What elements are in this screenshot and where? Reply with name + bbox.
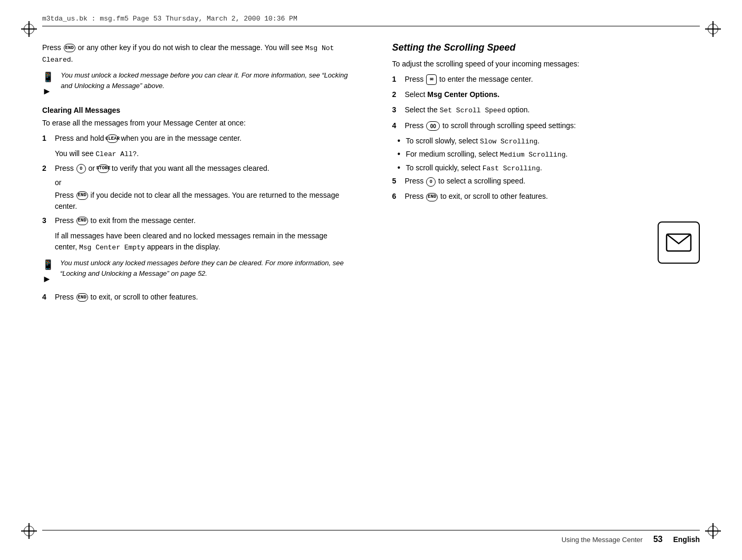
r-step-6-content: Press END to exit, or scroll to other fe… — [405, 191, 700, 202]
phone-icon-box — [658, 221, 700, 264]
end-btn-intro: END — [64, 44, 75, 52]
or-separator: or — [55, 178, 350, 187]
r-step-4-num: 4 — [392, 120, 403, 131]
page-header: m3tda_us.bk : msg.fm5 Page 53 Thursday, … — [42, 15, 700, 26]
step-1-sub: You will see Clear All?. — [55, 148, 350, 160]
bullet-1: • To scroll slowly, select Slow Scrollin… — [398, 136, 700, 147]
scrolling-speed-title: Setting the Scrolling Speed — [392, 42, 700, 53]
step-2-content: Press 0 or STORE to verify that you want… — [55, 163, 350, 174]
note-text-2: You must unlock any locked messages befo… — [60, 258, 350, 286]
corner-mark-bl — [21, 523, 37, 539]
step-1: 1 Press and hold CLEAR when you are in t… — [42, 133, 350, 144]
zero-btn-2: 0 — [76, 164, 86, 173]
corner-mark-tr — [705, 21, 721, 37]
zero-zero-btn: 00 — [426, 121, 440, 131]
right-intro: To adjust the scrolling speed of your in… — [392, 59, 700, 70]
note-icon-1: 📱► — [42, 70, 57, 99]
zero-btn-5: 0 — [426, 177, 436, 187]
step-3: 3 Press END to exit from the message cen… — [42, 215, 350, 226]
section-intro: To erase all the messages from your Mess… — [42, 118, 350, 129]
msg-center-options-bold: Msg Center Options. — [427, 90, 499, 99]
r-step-5: 5 Press 0 to select a scrolling speed. — [392, 176, 700, 187]
bullet-3: • To scroll quickly, select Fast Scrolli… — [398, 162, 700, 174]
footer: Using the Message Center 53 English — [42, 530, 700, 544]
end-btn-6: END — [426, 193, 438, 201]
r-step-1-num: 1 — [392, 74, 403, 85]
envelope-icon — [666, 232, 692, 253]
end-btn-2b: END — [76, 191, 88, 200]
bullet-2: • For medium scrolling, select Medium Sc… — [398, 149, 700, 160]
section-name: Using the Message Center — [562, 536, 643, 544]
r-step-1-content: Press ✉ to enter the message center. — [405, 74, 700, 85]
r-step-3-content: Select the Set Scroll Speed option. — [405, 104, 700, 116]
r-step-2: 2 Select Msg Center Options. — [392, 89, 700, 100]
step-3-sub: If all messages have been cleared and no… — [55, 230, 350, 253]
corner-mark-br — [705, 523, 721, 539]
page-info: Using the Message Center 53 English — [562, 535, 700, 544]
msg-btn: ✉ — [426, 74, 437, 85]
r-step-4: 4 Press 00 to scroll through scrolling s… — [392, 120, 700, 131]
r-step-3: 3 Select the Set Scroll Speed option. — [392, 104, 700, 116]
step-4-num: 4 — [42, 292, 53, 303]
phone-icon-area — [658, 221, 700, 264]
medium-scrolling-code: Medium Scrolling — [500, 151, 566, 159]
set-scroll-speed-code: Set Scroll Speed — [440, 107, 506, 114]
main-content: Press END or any other key if you do not… — [42, 42, 700, 518]
step-4: 4 Press END to exit, or scroll to other … — [42, 292, 350, 303]
clearing-all-messages-header: Clearing All Messages — [42, 106, 350, 114]
bullet-dot-1: • — [398, 136, 406, 147]
left-column: Press END or any other key if you do not… — [42, 42, 361, 518]
right-column: Setting the Scrolling Speed To adjust th… — [382, 42, 700, 518]
intro-paragraph: Press END or any other key if you do not… — [42, 42, 350, 65]
step-3-num: 3 — [42, 215, 53, 226]
note-icon-2: 📱► — [42, 258, 57, 286]
note-block-1: 📱► You must unlock a locked message befo… — [42, 70, 350, 99]
end-btn-4: END — [76, 293, 88, 302]
end-btn-3: END — [76, 217, 88, 225]
r-step-3-num: 3 — [392, 104, 403, 116]
step-2: 2 Press 0 or STORE to verify that you wa… — [42, 163, 350, 174]
language-label: English — [673, 535, 700, 544]
bullet-dot-2: • — [398, 149, 406, 160]
r-step-5-content: Press 0 to select a scrolling speed. — [405, 176, 700, 187]
msg-center-empty-code: Msg Center Empty — [79, 244, 145, 252]
step-3-content: Press END to exit from the message cente… — [55, 215, 350, 226]
store-btn: STORE — [98, 165, 109, 173]
r-step-5-num: 5 — [392, 176, 403, 187]
header-text: m3tda_us.bk : msg.fm5 Page 53 Thursday, … — [42, 15, 297, 23]
step-1-content: Press and hold CLEAR when you are in the… — [55, 133, 350, 144]
r-step-4-content: Press 00 to scroll through scrolling spe… — [405, 120, 700, 131]
note-text-1: You must unlock a locked message before … — [61, 70, 350, 99]
note-block-2: 📱► You must unlock any locked messages b… — [42, 258, 350, 286]
bullet-1-text: To scroll slowly, select Slow Scrolling. — [406, 136, 540, 147]
r-step-2-num: 2 — [392, 89, 403, 100]
fast-scrolling-code: Fast Scrolling — [483, 165, 540, 172]
step-1-num: 1 — [42, 133, 53, 144]
slow-scrolling-code: Slow Scrolling — [480, 138, 537, 146]
clear-all-code: Clear All? — [95, 150, 137, 158]
bullet-dot-3: • — [398, 162, 406, 174]
step-2-num: 2 — [42, 163, 53, 174]
step-4-content: Press END to exit, or scroll to other fe… — [55, 292, 350, 303]
msg-not-cleared-code: Msg Not Cleared — [42, 44, 334, 64]
step-2b-content: Press END if you decide not to clear all… — [55, 190, 350, 212]
bullet-2-text: For medium scrolling, select Medium Scro… — [406, 149, 568, 160]
page-number: 53 — [653, 535, 663, 544]
r-step-2-content: Select Msg Center Options. — [405, 89, 700, 100]
r-step-1: 1 Press ✉ to enter the message center. — [392, 74, 700, 85]
r-step-6: 6 Press END to exit, or scroll to other … — [392, 191, 700, 202]
corner-mark-tl — [21, 21, 37, 37]
clear-btn: CLEAR — [107, 134, 118, 143]
bullet-3-text: To scroll quickly, select Fast Scrolling… — [406, 162, 542, 174]
r-step-6-num: 6 — [392, 191, 403, 202]
